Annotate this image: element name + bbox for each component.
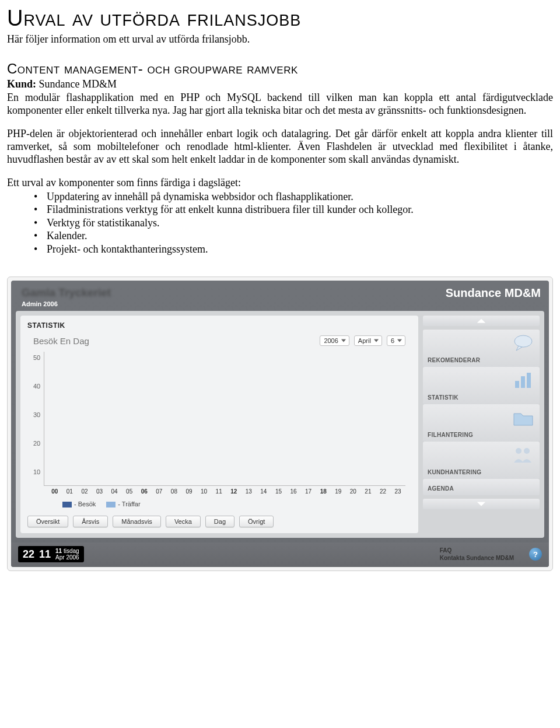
view-button-årsvis[interactable]: Årsvis <box>73 516 108 527</box>
chart-title: Besök En Dag <box>33 336 315 346</box>
x-tick: 14 <box>256 488 271 495</box>
app-window: Gamla Tryckeriet Admin 2006 Sundance MD&… <box>11 281 549 567</box>
list-item: Filadministrations verktyg för att enkel… <box>34 203 553 216</box>
main-panel: STATISTIK Besök En Dag 2006 April 6 5040… <box>20 316 418 533</box>
x-tick: 23 <box>390 488 405 495</box>
chart-controls: Besök En Dag 2006 April 6 <box>33 335 405 346</box>
x-tick: 18 <box>316 488 331 495</box>
sidebar-item-agenda[interactable]: AGENDA <box>423 479 540 495</box>
date-day-2: 11 <box>39 548 51 561</box>
y-tick: 40 <box>33 383 40 390</box>
app-body: STATISTIK Besök En Dag 2006 April 6 5040… <box>16 311 544 538</box>
x-tick: 21 <box>360 488 376 495</box>
list-item: Kalender. <box>34 229 553 243</box>
client-line: Kund: Sundance MD&M <box>7 78 553 90</box>
sidebar-item-icon <box>512 445 535 467</box>
x-tick: 10 <box>197 488 212 495</box>
x-tick: 13 <box>242 488 257 495</box>
svg-rect-3 <box>521 376 525 388</box>
svg-point-1 <box>514 335 532 347</box>
svg-marker-0 <box>477 319 485 323</box>
sidebar-item-label: STATISTIK <box>428 394 459 401</box>
date-widget: 22 11 11 tisdag Apr 2006 <box>18 546 84 562</box>
svg-rect-4 <box>527 373 531 388</box>
screenshot-frame: Gamla Tryckeriet Admin 2006 Sundance MD&… <box>7 276 553 571</box>
components-intro: Ett urval av komponenter som finns färdi… <box>7 177 553 189</box>
view-button-månadsvis[interactable]: Månadsvis <box>113 516 161 527</box>
x-tick: 16 <box>286 488 301 495</box>
view-button-vecka[interactable]: Vecka <box>166 516 201 527</box>
footer-links: FAQ Kontakta Sundance MD&M <box>440 547 514 562</box>
components-list: Uppdatering av innehåll på dynamiska web… <box>7 190 553 256</box>
list-item: Projekt- och kontakthanteringssystem. <box>34 243 553 256</box>
view-buttons: ÖversiktÅrsvisMånadsvisVeckaDagÖvrigt <box>27 516 411 527</box>
swatch-icon <box>106 502 116 508</box>
sidebar-item-filhantering[interactable]: FILHANTERING <box>423 404 540 442</box>
app-header: Gamla Tryckeriet Admin 2006 Sundance MD&… <box>11 281 549 311</box>
x-tick: 08 <box>167 488 182 495</box>
sidebar-item-statistik[interactable]: STATISTIK <box>423 367 540 404</box>
svg-rect-2 <box>515 381 519 388</box>
chevron-down-icon <box>476 501 487 508</box>
x-tick: 20 <box>346 488 361 495</box>
legend-item-traffar: - Träffar <box>106 501 140 508</box>
chevron-up-icon <box>476 317 487 324</box>
day-select[interactable]: 6 <box>387 335 405 346</box>
faq-link[interactable]: FAQ <box>440 547 514 554</box>
x-tick: 15 <box>271 488 286 495</box>
section-heading: Content management- och groupware ramver… <box>7 61 553 77</box>
sidebar-item-icon <box>512 408 535 430</box>
x-tick: 04 <box>107 488 122 495</box>
view-button-översikt[interactable]: Översikt <box>27 516 68 527</box>
x-tick: 03 <box>92 488 107 495</box>
y-axis: 5040302010 <box>33 352 44 486</box>
date-month: Apr <box>55 554 65 561</box>
svg-point-6 <box>524 448 530 454</box>
x-tick: 00 <box>47 488 62 495</box>
y-tick: 10 <box>33 468 40 475</box>
sidebar-item-label: KUNDHANTERING <box>428 469 481 475</box>
app-title-blurred: Gamla Tryckeriet <box>22 286 111 299</box>
svg-point-5 <box>516 448 522 454</box>
legend-item-besok: - Besök <box>62 501 96 508</box>
plot-area <box>44 352 405 486</box>
y-tick: 30 <box>33 411 40 418</box>
month-select[interactable]: April <box>354 335 382 346</box>
list-item: Uppdatering av innehåll på dynamiska web… <box>34 190 553 204</box>
app-subtitle: Admin 2006 <box>22 300 111 307</box>
app-footer: 22 11 11 tisdag Apr 2006 FAQ Kontakta Su… <box>11 542 549 567</box>
x-tick: 05 <box>122 488 137 495</box>
sidebar-item-kundhantering[interactable]: KUNDHANTERING <box>423 442 540 479</box>
x-tick: 02 <box>77 488 92 495</box>
sidebar-item-icon <box>512 370 535 393</box>
sidebar-item-rekomenderar[interactable]: REKOMENDERAR <box>423 330 540 367</box>
x-tick: 01 <box>62 488 78 495</box>
sidebar-item-icon <box>512 333 535 355</box>
date-year: 2006 <box>66 554 79 561</box>
page-title: Urval av utförda frilansjobb <box>7 6 553 31</box>
y-tick: 50 <box>33 354 40 361</box>
x-tick: 07 <box>152 488 167 495</box>
x-tick: 22 <box>376 488 391 495</box>
x-tick: 06 <box>136 488 152 495</box>
bars-container <box>44 352 405 485</box>
help-icon[interactable]: ? <box>529 548 542 561</box>
list-item: Verktyg för statistikanalys. <box>34 216 553 230</box>
view-button-dag[interactable]: Dag <box>205 516 235 527</box>
date-day-3: 11 <box>55 548 62 554</box>
brand-label: Sundance MD&M <box>446 286 541 300</box>
contact-link[interactable]: Kontakta Sundance MD&M <box>440 554 514 562</box>
year-select[interactable]: 2006 <box>320 335 349 346</box>
sidebar-item-label: REKOMENDERAR <box>428 357 480 363</box>
view-button-övrigt[interactable]: Övrigt <box>239 516 274 527</box>
x-tick: 09 <box>181 488 197 495</box>
client-label: Kund: <box>7 78 36 90</box>
sidebar-item-label: FILHANTERING <box>428 432 473 438</box>
swatch-icon <box>62 502 72 508</box>
sidebar-scroll-up[interactable] <box>423 316 540 326</box>
x-tick: 11 <box>211 488 226 495</box>
sidebar-item-label: AGENDA <box>428 485 454 492</box>
date-day-1: 22 <box>23 548 34 561</box>
sidebar-scroll-down[interactable] <box>423 499 540 509</box>
date-weekday: tisdag <box>64 548 79 554</box>
